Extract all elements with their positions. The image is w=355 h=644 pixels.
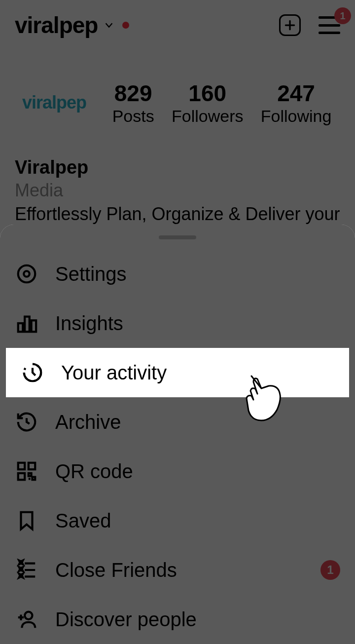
menu-item-archive[interactable]: Archive [0, 397, 355, 447]
svg-rect-5 [18, 463, 25, 469]
menu-item-saved[interactable]: Saved [0, 496, 355, 545]
close-friends-badge: 1 [320, 560, 340, 580]
svg-rect-3 [25, 317, 30, 332]
menu-item-settings[interactable]: Settings [0, 249, 355, 299]
svg-point-1 [24, 271, 30, 277]
menu-item-label: Insights [55, 312, 123, 335]
menu-item-insights[interactable]: Insights [0, 299, 355, 348]
gear-icon [15, 262, 38, 286]
menu-item-label: Close Friends [55, 559, 177, 581]
bottom-sheet: Settings Insights Your activity Archive [0, 225, 355, 644]
menu-item-label: Settings [55, 263, 127, 285]
sheet-menu: Settings Insights Your activity Archive [0, 249, 355, 644]
archive-clock-icon [15, 410, 38, 434]
svg-rect-4 [32, 320, 36, 332]
activity-clock-icon [21, 361, 44, 384]
svg-rect-6 [29, 463, 35, 469]
menu-item-label: Discover people [55, 608, 197, 631]
svg-rect-7 [18, 473, 25, 480]
svg-point-0 [18, 265, 36, 283]
menu-item-qr-code[interactable]: QR code [0, 447, 355, 496]
menu-item-label: QR code [55, 460, 133, 483]
menu-item-your-activity[interactable]: Your activity [6, 348, 349, 397]
svg-point-8 [25, 612, 32, 619]
bookmark-icon [15, 509, 38, 532]
sheet-drag-handle[interactable] [159, 235, 196, 239]
menu-item-label: Your activity [61, 362, 167, 384]
star-list-icon [15, 558, 38, 582]
menu-item-close-friends[interactable]: Close Friends 1 [0, 545, 355, 595]
add-person-icon [15, 607, 38, 631]
screen: viralpep 1 viralpep 829 Posts 160 [0, 0, 355, 644]
menu-item-label: Saved [55, 510, 111, 532]
svg-rect-2 [18, 323, 23, 332]
menu-item-discover-people[interactable]: Discover people [0, 595, 355, 644]
tutorial-pointer-icon [242, 371, 286, 427]
bar-chart-icon [15, 311, 38, 335]
menu-item-label: Archive [55, 411, 121, 433]
qr-code-icon [15, 459, 38, 483]
